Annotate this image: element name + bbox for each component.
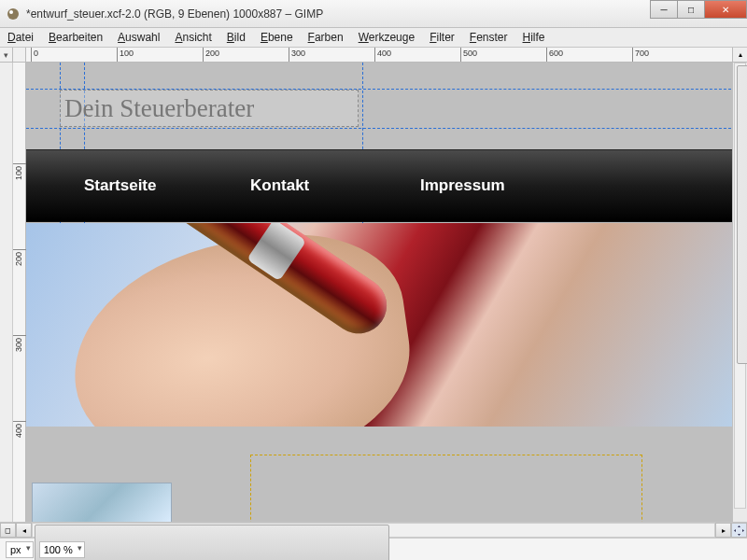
svg-point-1 <box>9 10 13 14</box>
design-hero-image <box>26 223 732 427</box>
ruler-tick <box>117 48 118 62</box>
menu-ansicht[interactable]: Ansicht <box>175 31 211 44</box>
quickmask-button[interactable]: ◻ <box>0 523 16 538</box>
guide-horizontal[interactable] <box>26 128 732 129</box>
layer-thumbnail <box>32 483 172 522</box>
heading-text: Dein Steuerberater <box>64 94 254 123</box>
h-scroll-left[interactable]: ◂ <box>16 523 32 538</box>
v-scroll-thumb[interactable] <box>737 65 747 364</box>
h-scroll-thumb[interactable] <box>35 525 389 560</box>
menu-werkzeuge[interactable]: Werkzeuge <box>359 31 415 44</box>
menu-bar: Datei Bearbeiten Auswahl Ansicht Bild Eb… <box>0 28 747 48</box>
window-titlebar: *entwurf_steuer.xcf-2.0 (RGB, 9 Ebenen) … <box>0 0 747 28</box>
horizontal-ruler[interactable] <box>26 48 732 62</box>
menu-ebene[interactable]: Ebene <box>261 31 293 44</box>
ruler-tick <box>632 48 633 62</box>
zoom-selector[interactable]: 100 % <box>39 541 85 558</box>
active-layer-bounds[interactable] <box>250 455 642 522</box>
window-buttons: ─ □ ✕ <box>651 0 747 19</box>
vertical-scrollbar[interactable] <box>732 63 747 522</box>
work-area: 100 200 300 400 Dein Steuerberater Start… <box>0 63 747 522</box>
ruler-tick <box>289 48 289 62</box>
unit-selector[interactable]: px <box>6 541 34 558</box>
menu-farben[interactable]: Farben <box>308 31 344 44</box>
ruler-tick: 100 <box>13 163 26 164</box>
menu-fenster[interactable]: Fenster <box>470 31 508 44</box>
v-scroll-track[interactable] <box>734 63 746 509</box>
ruler-tick <box>203 48 204 62</box>
svg-point-0 <box>7 8 19 20</box>
design-navbar: Startseite Kontakt Impressum <box>26 149 732 222</box>
vertical-ruler[interactable]: 100 200 300 400 <box>13 63 26 522</box>
menu-filter[interactable]: Filter <box>430 31 455 44</box>
ruler-tick <box>546 48 547 62</box>
scroll-up-button[interactable]: ▴ <box>732 48 747 62</box>
menu-datei[interactable]: Datei <box>7 31 34 44</box>
maximize-button[interactable]: □ <box>677 0 705 19</box>
nav-item-impressum: Impressum <box>420 176 505 195</box>
quickmask-toggle[interactable]: ▾ <box>0 48 13 62</box>
ruler-tick: 300 <box>13 335 26 336</box>
menu-bild[interactable]: Bild <box>227 31 246 44</box>
menu-hilfe[interactable]: Hilfe <box>523 31 545 44</box>
nav-item-kontakt: Kontakt <box>250 176 309 195</box>
h-scroll-track[interactable] <box>32 523 715 538</box>
ruler-row: ▾ ▴ <box>0 48 747 63</box>
window-title: *entwurf_steuer.xcf-2.0 (RGB, 9 Ebenen) … <box>26 7 323 21</box>
canvas-viewport[interactable]: Dein Steuerberater Startseite Kontakt Im… <box>26 63 732 522</box>
text-layer-heading[interactable]: Dein Steuerberater <box>60 90 359 127</box>
move-icon <box>734 525 744 536</box>
ruler-tick <box>374 48 375 62</box>
horizontal-scrollbar: ◻ ◂ ▸ <box>0 522 747 538</box>
ruler-origin[interactable]: ▾ <box>0 48 26 62</box>
h-scroll-right[interactable]: ▸ <box>715 523 731 538</box>
close-button[interactable]: ✕ <box>704 0 747 19</box>
ruler-corner <box>13 48 26 62</box>
ruler-tick <box>31 48 32 62</box>
menu-bearbeiten[interactable]: Bearbeiten <box>49 31 103 44</box>
minimize-button[interactable]: ─ <box>650 0 678 19</box>
ruler-tick: 200 <box>13 249 26 250</box>
left-gutter <box>0 63 13 522</box>
ruler-tick <box>460 48 461 62</box>
navigation-button[interactable] <box>731 523 747 538</box>
canvas[interactable]: Dein Steuerberater Startseite Kontakt Im… <box>26 63 732 522</box>
nav-item-startseite: Startseite <box>84 176 156 195</box>
ruler-tick: 400 <box>13 421 26 422</box>
app-icon <box>6 7 21 21</box>
menu-auswahl[interactable]: Auswahl <box>118 31 160 44</box>
